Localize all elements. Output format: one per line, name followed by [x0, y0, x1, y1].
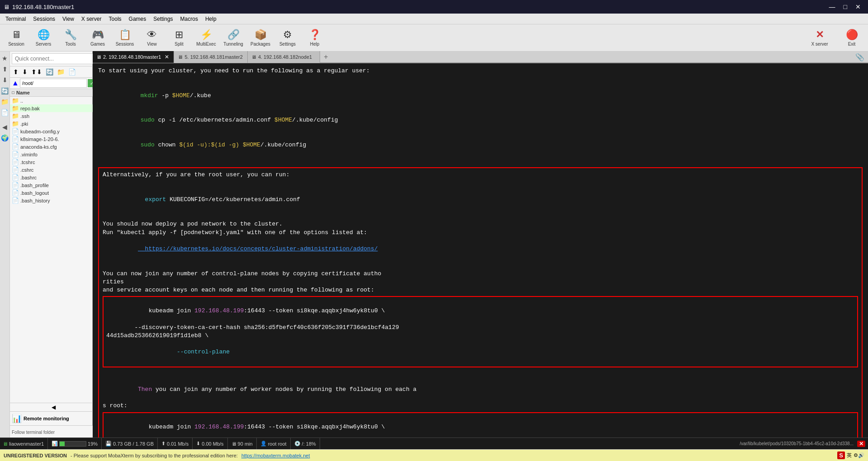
- addons-link[interactable]: https://kubernetes.io/docs/concepts/clus…: [138, 245, 378, 252]
- close-button[interactable]: ✕: [852, 0, 864, 14]
- menu-terminal[interactable]: Terminal: [2, 15, 29, 23]
- list-item[interactable]: 📄 .bash_logout: [10, 189, 98, 197]
- toolbar-tunneling[interactable]: 🔗 Tunneling: [221, 26, 246, 50]
- network-status: 💾 0.73 GB / 1.78 GB: [105, 438, 158, 449]
- menu-xserver[interactable]: X server: [78, 15, 105, 23]
- action-btn-1[interactable]: ⬆: [12, 67, 20, 76]
- folder-icon[interactable]: 📁: [0, 97, 9, 107]
- menu-macros[interactable]: Macros: [177, 15, 202, 23]
- time-remaining: 90 min: [238, 441, 253, 447]
- toolbar-tools[interactable]: 🔧 Tools: [58, 26, 83, 50]
- network-icon: 💾: [105, 441, 112, 447]
- list-item[interactable]: 📄 .bash_profile: [10, 181, 98, 189]
- list-item[interactable]: 📄 .bashrc: [10, 174, 98, 181]
- title-bar-controls[interactable]: — □ ✕: [826, 0, 864, 14]
- toolbar-packages[interactable]: 📦 Packages: [248, 26, 273, 50]
- toolbar-sessions2[interactable]: 📋 Sessions: [112, 26, 137, 50]
- cpu-status: 📊 19%: [52, 438, 102, 449]
- list-item[interactable]: 📄 .bash_history: [10, 197, 98, 204]
- term-line: [103, 212, 858, 220]
- toolbar-split[interactable]: ⊞ Split: [166, 26, 192, 50]
- follow-terminal-folder[interactable]: Follow terminal folder: [10, 425, 98, 437]
- list-item[interactable]: 📄 .viminfo: [10, 151, 98, 158]
- list-item[interactable]: 📁 ..: [10, 97, 98, 104]
- file-icon: 📄: [12, 174, 19, 181]
- exit-button[interactable]: 🔴 Exit: [839, 26, 864, 50]
- new-file-icon[interactable]: 📄: [0, 108, 9, 118]
- file-name: .bashrc: [20, 175, 37, 180]
- action-btn-2[interactable]: ⬇: [21, 67, 29, 76]
- sidebar-collapse[interactable]: ◀: [10, 403, 98, 411]
- list-item[interactable]: 📄 anaconda-ks.cfg: [10, 143, 98, 151]
- file-list[interactable]: 📁 .. 📁 repo.bak 📁 .ssh 📁 .pki: [10, 97, 98, 403]
- tab-master1[interactable]: 🖥 2. 192.168.48.180master1 ✕: [93, 51, 174, 63]
- hostname-label: liaowenmaster1: [9, 441, 44, 447]
- action-btn-folder[interactable]: 📁: [56, 67, 66, 76]
- menu-help[interactable]: Help: [202, 15, 220, 23]
- action-btn-refresh[interactable]: 🔄: [44, 67, 55, 76]
- list-item[interactable]: 📁 repo.bak: [10, 104, 98, 112]
- quick-connect-area[interactable]: [10, 52, 98, 66]
- settings-icon: ⚙: [283, 29, 292, 41]
- refresh-icon[interactable]: 🔄: [0, 86, 9, 96]
- maximize-button[interactable]: □: [840, 0, 851, 14]
- file-name: k8simage-1-20-6.: [20, 136, 59, 142]
- file-name: kubeadm-config.y: [20, 129, 60, 134]
- tab-node1[interactable]: 🖥 4. 192.168.48.182node1: [248, 51, 320, 63]
- menu-settings[interactable]: Settings: [150, 15, 176, 23]
- toolbar-servers[interactable]: 🌐 Servers: [31, 26, 56, 50]
- list-item[interactable]: 📄 .cshrc: [10, 166, 98, 174]
- list-item[interactable]: 📄 .tcshrc: [10, 158, 98, 166]
- download-icon[interactable]: ⬇: [1, 75, 9, 85]
- menu-games[interactable]: Games: [125, 15, 150, 23]
- path-input[interactable]: [20, 79, 87, 88]
- toolbar-tunneling-label: Tunneling: [223, 42, 243, 47]
- lang-indicator[interactable]: 英: [847, 452, 852, 459]
- follow-terminal-label: Follow terminal folder: [12, 430, 55, 435]
- toolbar-games[interactable]: 🎮 Games: [85, 26, 110, 50]
- term-line: Then you can join any number of worker n…: [103, 377, 858, 402]
- xserver-button[interactable]: ✕ X server: [804, 26, 835, 50]
- tab-close-1[interactable]: ✕: [165, 54, 169, 60]
- toolbar-multiexec[interactable]: ⚡ MultiExec: [193, 26, 219, 50]
- term-line: sudo cp -i /etc/kubernetes/admin.conf $H…: [98, 108, 863, 133]
- toolbar-view[interactable]: 👁 View: [139, 26, 165, 50]
- toolbar-help[interactable]: ❓ Help: [302, 26, 327, 50]
- action-btn-3[interactable]: ⬆⬇: [30, 67, 43, 76]
- menu-bar: Terminal Sessions View X server Tools Ga…: [0, 14, 868, 24]
- support-link[interactable]: https://mobaxterm.mobatek.net: [241, 453, 310, 458]
- menu-tools[interactable]: Tools: [105, 15, 125, 23]
- file-icon: 📄: [12, 166, 19, 173]
- kubeadm-join-control-box: kubeadm join 192.168.48.199:16443 --toke…: [103, 296, 858, 367]
- globe-icon[interactable]: 🌍: [0, 133, 9, 143]
- menu-view[interactable]: View: [59, 15, 78, 23]
- term-line: [98, 75, 863, 83]
- toolbar-settings[interactable]: ⚙ Settings: [275, 26, 300, 50]
- tab-attach-button[interactable]: 📎: [855, 53, 868, 61]
- star-icon[interactable]: ★: [1, 53, 9, 63]
- title-bar-left: 🖥 192.168.48.180master1: [4, 4, 74, 10]
- download-icon: ⬇: [196, 441, 200, 447]
- tab-master2[interactable]: 🖥 5. 192.168.48.181master2: [174, 51, 247, 63]
- terminal-content[interactable]: To start using your cluster, you need to…: [93, 63, 868, 437]
- list-item[interactable]: 📄 kubeadm-config.y: [10, 127, 98, 135]
- list-item[interactable]: 📁 .pki: [10, 120, 98, 127]
- left-arrow-icon[interactable]: ◀: [1, 122, 8, 132]
- action-btn-new[interactable]: 📄: [67, 67, 77, 76]
- remote-monitoring[interactable]: 📊 Remote monitoring: [10, 411, 98, 425]
- quick-connect-input[interactable]: [12, 53, 96, 64]
- file-name: .bash_profile: [20, 183, 49, 188]
- collapse-icon[interactable]: ◀: [52, 404, 56, 410]
- path-status: /var/lib/kubelet/pods/10320b75-1bb4-45c2…: [324, 441, 854, 446]
- upload-icon[interactable]: ⬆: [1, 64, 9, 74]
- minimize-button[interactable]: —: [826, 0, 839, 14]
- list-item[interactable]: 📁 .ssh: [10, 112, 98, 120]
- toolbar-session-label: Session: [8, 42, 24, 47]
- sys-tray-icons[interactable]: ⚙🔊: [854, 452, 864, 458]
- list-item[interactable]: 📄 k8simage-1-20-6.: [10, 135, 98, 143]
- exit-label: Exit: [848, 42, 856, 47]
- error-indicator[interactable]: ✕: [857, 441, 865, 447]
- toolbar-session[interactable]: 🖥 Session: [4, 26, 29, 50]
- tab-add-button[interactable]: +: [320, 51, 332, 63]
- menu-sessions[interactable]: Sessions: [29, 15, 59, 23]
